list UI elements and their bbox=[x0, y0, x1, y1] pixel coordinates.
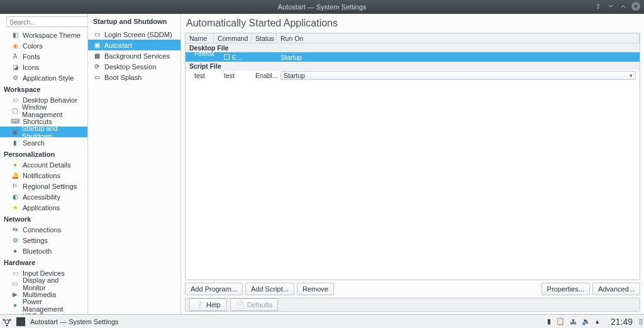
cell-name: test bbox=[186, 72, 220, 79]
sidebar-item-startup-and-shutdown[interactable]: ▣Startup and Shutdown bbox=[0, 127, 87, 137]
generic-icon: ◉ bbox=[11, 42, 19, 50]
generic-icon: ⟳ bbox=[93, 63, 101, 71]
svg-point-1 bbox=[5, 320, 9, 324]
generic-icon: ▭ bbox=[11, 96, 19, 104]
sidebar-category: Network bbox=[0, 213, 87, 224]
column-header[interactable]: Name bbox=[186, 33, 214, 43]
help-window-button[interactable] bbox=[594, 2, 602, 11]
generic-icon: 🏳 bbox=[11, 183, 19, 190]
group-heading: Desktop File bbox=[186, 43, 640, 52]
sidebar-item-label: Workspace Theme bbox=[23, 31, 80, 39]
generic-icon: ▦ bbox=[93, 52, 101, 60]
svg-point-4 bbox=[6, 324, 8, 326]
sidebar-item-label: Notifications bbox=[23, 172, 60, 179]
sidebar-item-label: Settings bbox=[23, 237, 48, 244]
group-heading: Script File bbox=[186, 62, 640, 71]
sidebar-item-accessibility[interactable]: ◐Accessibility bbox=[0, 191, 87, 202]
generic-icon: ▣ bbox=[93, 42, 101, 49]
clock[interactable]: 21:49 bbox=[606, 317, 638, 327]
mid-item-login-screen-sddm-[interactable]: ▭Login Screen (SDDM) bbox=[88, 29, 180, 40]
column-header[interactable]: Command bbox=[214, 33, 252, 43]
generic-icon: ⚙ bbox=[11, 237, 19, 244]
generic-icon: ★ bbox=[11, 204, 19, 212]
sidebar-item-connections[interactable]: ⇆Connections bbox=[0, 224, 87, 235]
sidebar-mid: Startup and Shutdown ▭Login Screen (SDDM… bbox=[88, 14, 181, 314]
sidebar-item-workspace-theme[interactable]: ◧Workspace Theme bbox=[0, 30, 87, 40]
mid-item-label: Background Services bbox=[104, 52, 170, 60]
task-icon[interactable] bbox=[16, 317, 25, 326]
svg-point-0 bbox=[597, 8, 598, 8]
table-row[interactable]: Firefox ...E...Startup bbox=[186, 52, 640, 62]
sidebar-item-bluetooth[interactable]: ●Bluetooth bbox=[0, 246, 87, 256]
table-row[interactable]: testtestEnabl...Startup▾ bbox=[186, 71, 640, 80]
advanced-button[interactable]: Advanced... bbox=[592, 283, 640, 295]
sidebar-item-colors[interactable]: ◉Colors bbox=[0, 40, 87, 51]
add-script-button[interactable]: Add Script... bbox=[245, 283, 294, 295]
close-window-button[interactable] bbox=[631, 2, 640, 11]
properties-button[interactable]: Properties... bbox=[541, 283, 590, 295]
column-header[interactable]: Status bbox=[252, 33, 277, 43]
autostart-table: NameCommandStatusRun On Desktop FileFire… bbox=[185, 33, 640, 280]
sidebar-item-display-and-monitor[interactable]: ▭Display and Monitor bbox=[0, 278, 87, 289]
mid-item-boot-splash[interactable]: ▭Boot Splash bbox=[88, 72, 180, 82]
sidebar-item-icons[interactable]: ◪Icons bbox=[0, 62, 87, 72]
generic-icon: ◧ bbox=[11, 31, 19, 39]
generic-icon: ▮ bbox=[11, 139, 19, 147]
tray-expand-icon[interactable]: ▴ bbox=[596, 317, 599, 325]
tray-disk-icon[interactable]: ▮ bbox=[547, 317, 551, 325]
search-input[interactable] bbox=[6, 16, 88, 27]
cell-runon: Startup bbox=[277, 54, 640, 61]
sidebar-item-notifications[interactable]: 🔔Notifications bbox=[0, 170, 87, 181]
generic-icon: ● bbox=[11, 302, 19, 309]
start-icon[interactable] bbox=[0, 315, 14, 329]
status-checkbox[interactable] bbox=[224, 54, 230, 60]
tray-clipboard-icon[interactable]: 📋 bbox=[556, 317, 565, 325]
sidebar-item-label: Applications bbox=[23, 204, 60, 212]
sidebar-item-settings[interactable]: ⚙Settings bbox=[0, 235, 87, 246]
system-tray: ▮ 📋 🖧 🔉 ▴ bbox=[541, 317, 606, 325]
help-button[interactable]: ❔Help bbox=[189, 298, 226, 311]
sidebar-item-application-style[interactable]: ⚙Application Style bbox=[0, 72, 87, 83]
sidebar-item-account-details[interactable]: ●Account Details bbox=[0, 159, 87, 170]
mid-item-background-services[interactable]: ▦Background Services bbox=[88, 50, 180, 61]
button-bar: Add Program... Add Script... Remove Prop… bbox=[185, 283, 640, 295]
cell-command: test bbox=[220, 72, 252, 79]
generic-icon: ● bbox=[11, 247, 19, 255]
generic-icon: ◪ bbox=[11, 64, 19, 71]
mid-item-desktop-session[interactable]: ⟳Desktop Session bbox=[88, 61, 180, 72]
mid-item-autostart[interactable]: ▣Autostart bbox=[88, 40, 180, 50]
task-label[interactable]: Autostart — System Settings bbox=[25, 318, 124, 325]
sidebar-item-power-management[interactable]: ●Power Management bbox=[0, 300, 87, 310]
generic-icon: ▭ bbox=[93, 74, 101, 81]
window-title: Autostart — System Settings bbox=[278, 3, 367, 11]
tray-volume-icon[interactable]: 🔉 bbox=[582, 317, 591, 325]
show-desktop-icon[interactable]: ▯ bbox=[638, 317, 644, 325]
cell-runon: Startup▾ bbox=[277, 71, 640, 80]
taskbar: Autostart — System Settings ▮ 📋 🖧 🔉 ▴ 21… bbox=[0, 314, 644, 328]
sidebar-item-label: Startup and Shutdown bbox=[22, 125, 84, 140]
add-program-button[interactable]: Add Program... bbox=[185, 283, 243, 295]
defaults-button[interactable]: 📄Defaults bbox=[230, 298, 278, 311]
generic-icon: ▢ bbox=[11, 107, 18, 115]
sidebar-item-applications[interactable]: ★Applications bbox=[0, 202, 87, 213]
sidebar-item-label: Colors bbox=[23, 42, 43, 50]
defaults-icon: 📄 bbox=[236, 301, 245, 309]
mid-item-label: Login Screen (SDDM) bbox=[104, 31, 172, 38]
generic-icon: ▭ bbox=[11, 269, 19, 277]
sidebar-item-regional-settings[interactable]: 🏳Regional Settings bbox=[0, 181, 87, 191]
help-icon: ❔ bbox=[195, 301, 204, 309]
maximize-window-button[interactable] bbox=[619, 2, 628, 11]
column-header[interactable]: Run On bbox=[277, 33, 640, 43]
tray-network-icon[interactable]: 🖧 bbox=[570, 318, 577, 325]
minimize-window-button[interactable] bbox=[606, 2, 615, 11]
sidebar-item-window-management[interactable]: ▢Window Management bbox=[0, 105, 87, 116]
sidebar-item-fonts[interactable]: AFonts bbox=[0, 51, 87, 62]
generic-icon: ▭ bbox=[11, 280, 19, 288]
cell-command: E... bbox=[220, 54, 252, 61]
generic-icon: ◐ bbox=[11, 193, 19, 201]
remove-button[interactable]: Remove bbox=[297, 283, 334, 295]
sidebar-item-label: Regional Settings bbox=[23, 183, 77, 190]
runon-select[interactable]: Startup▾ bbox=[280, 71, 636, 80]
sidebar-item-label: Window Management bbox=[22, 103, 84, 118]
svg-point-2 bbox=[3, 319, 5, 320]
